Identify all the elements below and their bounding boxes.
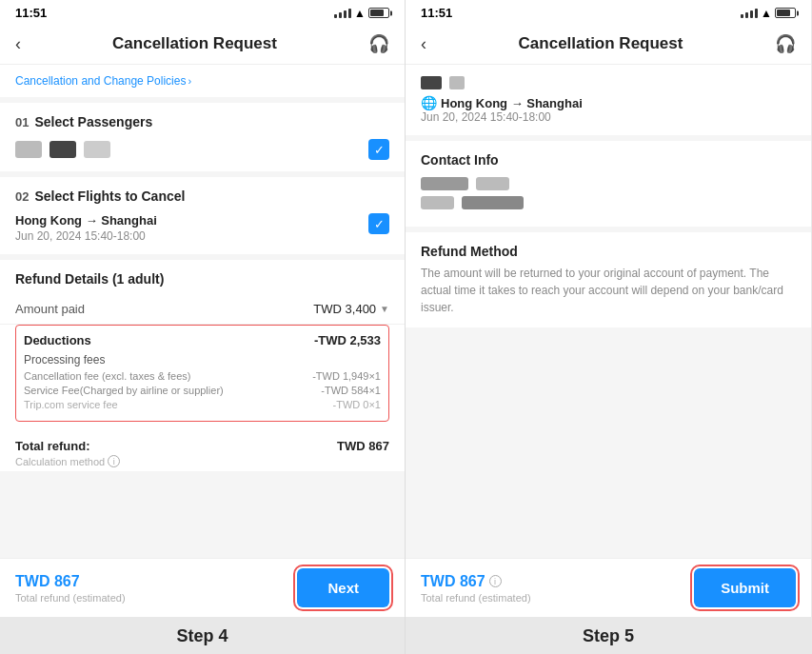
step5-label: Step 5 <box>406 617 811 654</box>
wifi-icon-5: ▲ <box>761 7 772 20</box>
passengers-row: ✓ <box>15 139 389 160</box>
total-refund-left: Total refund: Calculation method i <box>15 439 120 467</box>
total-refund-label: Total refund: <box>15 439 120 453</box>
policy-link-text: Cancellation and Change Policies <box>15 74 186 88</box>
time-step5: 11:51 <box>421 6 452 20</box>
step4-screen: 11:51 ▲ 68 ‹ Cancellation Request 🎧 <box>0 0 406 654</box>
flight-card-step5: 🌐 Hong Kong → Shanghai Jun 20, 2024 15:4… <box>406 65 811 135</box>
amount-paid-value: TWD 3,400 ▼ <box>313 302 389 316</box>
step4-label: Step 4 <box>0 617 405 654</box>
deductions-value: -TWD 2,533 <box>314 333 381 347</box>
bottom-bar-step4: TWD 867 Total refund (estimated) Next <box>0 558 405 617</box>
refund-method-title: Refund Method <box>421 244 796 259</box>
status-bar-step4: 11:51 ▲ 68 <box>0 0 405 24</box>
chevron-down-icon[interactable]: ▼ <box>380 304 389 314</box>
contact-field-4 <box>462 196 524 209</box>
flight-route: Hong Kong → Shanghai <box>15 213 157 228</box>
amount-paid-label: Amount paid <box>15 302 85 316</box>
bottom-price-step4: TWD 867 <box>15 573 126 590</box>
flight-card-mini <box>421 76 796 89</box>
fee-value-2: -TWD 584×1 <box>321 385 381 396</box>
passengers-checkbox[interactable]: ✓ <box>368 139 389 160</box>
deductions-title-row: Deductions -TWD 2,533 <box>24 333 381 347</box>
refund-details-title: Refund Details (1 adult) <box>0 260 405 294</box>
contact-field-2 <box>476 177 509 190</box>
flight-row: Hong Kong → Shanghai Jun 20, 2024 15:40-… <box>15 213 389 243</box>
wifi-icon: ▲ <box>354 7 366 20</box>
contact-info-section: Contact Info <box>406 141 811 227</box>
deductions-label: Deductions <box>24 333 91 347</box>
content-step5: 🌐 Hong Kong → Shanghai Jun 20, 2024 15:4… <box>406 65 811 558</box>
contact-info-title: Contact Info <box>421 152 796 168</box>
nav-bar-step5: ‹ Cancellation Request 🎧 <box>406 24 811 65</box>
passenger-pill-1 <box>15 141 42 158</box>
bottom-price-area-step5: TWD 867 i Total refund (estimated) <box>421 573 531 604</box>
select-flights-title: 02 Select Flights to Cancel <box>15 188 389 204</box>
status-bar-step5: 11:51 ▲ 68 <box>406 0 811 24</box>
select-passengers-section: 01 Select Passengers ✓ <box>0 103 405 171</box>
price-info-icon[interactable]: i <box>489 575 502 587</box>
back-button-step5[interactable]: ‹ <box>421 34 426 54</box>
bottom-sublabel-step4: Total refund (estimated) <box>15 592 126 604</box>
fee-value-3: -TWD 0×1 <box>333 399 381 410</box>
passenger-pill-2 <box>50 141 76 158</box>
fee-row-1: Cancellation fee (excl. taxes & fees) -T… <box>24 370 381 382</box>
fee-label-2: Service Fee(Charged by airline or suppli… <box>24 385 321 396</box>
fee-label-1: Cancellation fee (excl. taxes & fees) <box>24 370 312 382</box>
battery-icon: 68 <box>368 8 389 18</box>
headset-icon-step5[interactable]: 🎧 <box>775 33 796 54</box>
fee-row-3: Trip.com service fee -TWD 0×1 <box>24 399 381 410</box>
amount-paid-row: Amount paid TWD 3,400 ▼ <box>0 294 405 325</box>
refund-method-description: The amount will be returned to your orig… <box>421 265 796 316</box>
policy-arrow-icon: › <box>188 75 191 87</box>
status-icons-step5: ▲ 68 <box>741 7 796 20</box>
globe-icon: 🌐 <box>421 95 437 110</box>
flight-time-step5: Jun 20, 2024 15:40-18:00 <box>421 110 796 124</box>
total-refund-row: Total refund: Calculation method i TWD 8… <box>0 429 405 471</box>
step5-screen: 11:51 ▲ 68 ‹ Cancellation Request 🎧 <box>406 0 811 654</box>
select-passengers-title: 01 Select Passengers <box>15 114 389 129</box>
signal-icon <box>334 9 351 18</box>
bottom-sublabel-step5: Total refund (estimated) <box>421 592 531 604</box>
refund-method-section: Refund Method The amount will be returne… <box>406 232 811 327</box>
signal-icon-5 <box>741 9 758 18</box>
total-refund-value: TWD 867 <box>337 439 389 453</box>
battery-icon-5: 68 <box>775 8 796 18</box>
next-button[interactable]: Next <box>297 568 389 607</box>
flight-checkbox[interactable]: ✓ <box>368 213 389 234</box>
fee-label-3: Trip.com service fee <box>24 399 333 410</box>
headset-icon-step4[interactable]: 🎧 <box>368 33 389 54</box>
total-sublabel: Calculation method i <box>15 455 120 467</box>
airline-logo-gray <box>449 76 465 89</box>
contact-row-1 <box>421 177 796 190</box>
fee-row-2: Service Fee(Charged by airline or suppli… <box>24 385 381 396</box>
fee-value-1: -TWD 1,949×1 <box>312 370 381 382</box>
bottom-bar-step5: TWD 867 i Total refund (estimated) Submi… <box>406 558 811 617</box>
contact-field-3 <box>421 196 454 209</box>
back-button-step4[interactable]: ‹ <box>15 34 21 54</box>
processing-fees-label: Processing fees <box>24 353 381 367</box>
refund-details-section: Refund Details (1 adult) Amount paid TWD… <box>0 260 405 471</box>
bottom-price-step5: TWD 867 <box>421 573 485 590</box>
time-step4: 11:51 <box>15 6 47 20</box>
deductions-box: Deductions -TWD 2,533 Processing fees Ca… <box>15 325 389 422</box>
nav-bar-step4: ‹ Cancellation Request 🎧 <box>0 24 405 65</box>
nav-title-step4: Cancellation Request <box>112 34 277 53</box>
airline-logo-dark <box>421 76 442 89</box>
flight-route-step5: 🌐 Hong Kong → Shanghai <box>421 95 796 110</box>
nav-title-step5: Cancellation Request <box>519 34 683 53</box>
select-flights-section: 02 Select Flights to Cancel Hong Kong → … <box>0 177 405 254</box>
policy-link[interactable]: Cancellation and Change Policies › <box>0 65 405 97</box>
bottom-price-area-step4: TWD 867 Total refund (estimated) <box>15 573 126 604</box>
contact-field-1 <box>421 177 468 190</box>
passenger-pill-3 <box>84 141 110 158</box>
content-step4: Cancellation and Change Policies › 01 Se… <box>0 65 405 558</box>
status-icons-step4: ▲ 68 <box>334 7 389 20</box>
info-icon[interactable]: i <box>108 455 120 467</box>
submit-button[interactable]: Submit <box>694 568 796 607</box>
contact-row-2 <box>421 196 796 209</box>
flight-time: Jun 20, 2024 15:40-18:00 <box>15 229 157 243</box>
flight-info: Hong Kong → Shanghai Jun 20, 2024 15:40-… <box>15 213 157 243</box>
